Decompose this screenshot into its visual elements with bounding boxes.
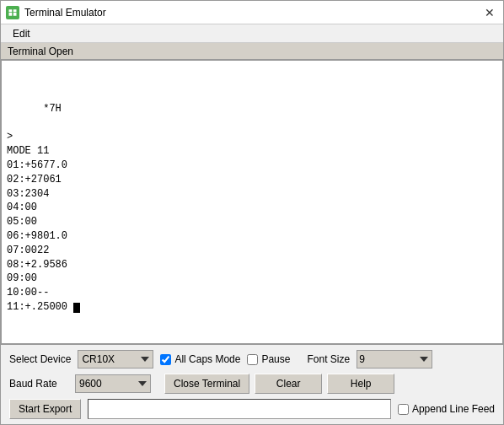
terminal-window: Terminal Emulator ✕ Edit Terminal Open *…	[0, 0, 504, 425]
clear-button[interactable]: Clear	[255, 374, 322, 394]
pause-section: Pause	[247, 353, 290, 365]
append-line-feed-checkbox[interactable]	[398, 404, 409, 415]
font-size-select[interactable]: 8 9 10 11 12	[357, 350, 432, 369]
row-3: Start Export Append Line Feed	[9, 399, 495, 419]
svg-rect-1	[13, 13, 17, 16]
pause-label: Pause	[261, 353, 290, 365]
svg-rect-3	[13, 9, 17, 12]
svg-rect-2	[9, 9, 13, 12]
help-button[interactable]: Help	[327, 374, 394, 394]
all-caps-checkbox[interactable]	[160, 354, 171, 365]
status-bar: Terminal Open	[1, 43, 503, 60]
baud-rate-label: Baud Rate	[9, 378, 68, 390]
menu-bar: Edit	[1, 24, 503, 43]
append-line-feed-section: Append Line Feed	[398, 403, 495, 415]
row-2: Baud Rate 9600 19200 38400 115200 Close …	[9, 374, 495, 394]
close-terminal-button[interactable]: Close Terminal	[164, 374, 249, 394]
app-icon	[6, 6, 19, 19]
terminal-text: *7H > MODE 11 01:+5677.0 02:+27061 03:23…	[7, 103, 73, 313]
export-input[interactable]	[88, 399, 391, 419]
select-device-label: Select Device	[9, 353, 71, 365]
row-1: Select Device CR10X CR10 CR23X CR200 All…	[9, 350, 495, 369]
status-text: Terminal Open	[8, 46, 73, 57]
pause-checkbox[interactable]	[247, 354, 258, 365]
all-caps-section: All Caps Mode	[160, 353, 240, 365]
title-bar: Terminal Emulator ✕	[1, 1, 503, 24]
close-button[interactable]: ✕	[481, 4, 498, 21]
all-caps-label: All Caps Mode	[174, 353, 240, 365]
terminal-output: *7H > MODE 11 01:+5677.0 02:+27061 03:23…	[1, 60, 503, 344]
window-title: Terminal Emulator	[24, 7, 106, 19]
device-select[interactable]: CR10X CR10 CR23X CR200	[78, 350, 153, 369]
row2-buttons: Close Terminal Clear Help	[164, 374, 394, 394]
menu-edit[interactable]: Edit	[8, 27, 35, 40]
terminal-content: *7H > MODE 11 01:+5677.0 02:+27061 03:23…	[7, 88, 497, 329]
bottom-panel: Select Device CR10X CR10 CR23X CR200 All…	[1, 344, 503, 424]
terminal-cursor	[73, 303, 80, 313]
svg-rect-0	[9, 13, 13, 16]
title-bar-left: Terminal Emulator	[6, 6, 106, 19]
start-export-button[interactable]: Start Export	[9, 399, 81, 419]
font-size-label: Font Size	[307, 353, 350, 365]
baud-rate-select[interactable]: 9600 19200 38400 115200	[75, 374, 151, 393]
append-line-feed-label: Append Line Feed	[412, 403, 495, 415]
